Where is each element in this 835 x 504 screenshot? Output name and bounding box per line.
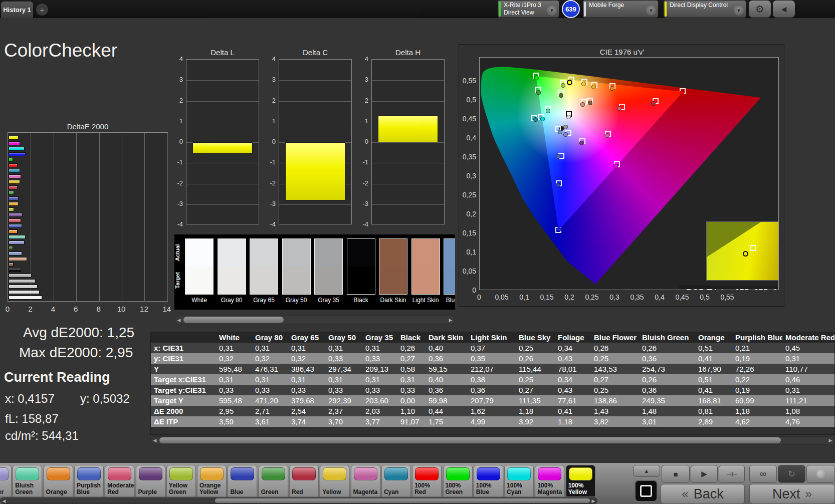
refresh-button[interactable]: ↻ [778, 465, 805, 483]
patch-button-purplish-blue[interactable]: Purplish Blue [74, 465, 104, 497]
deltae-bar [9, 169, 20, 173]
meter-dropdown[interactable]: X-Rite i1Pro 3 Direct View ▼ [498, 1, 559, 18]
patch-button-label: 100% Cyan [505, 482, 533, 495]
patch-button-cyan[interactable]: Cyan [381, 465, 411, 497]
patch-button-100-cyan[interactable]: 100% Cyan [504, 465, 534, 497]
patch-swatch[interactable] [218, 238, 246, 295]
hold-button[interactable]: ⊣⊢ [719, 465, 745, 483]
patch-button-yellow[interactable]: Yellow [320, 465, 349, 497]
pattern-window-button[interactable] [635, 480, 658, 502]
expand-up-button[interactable]: ▲ [633, 465, 660, 477]
source-dropdown[interactable]: Mobile Forge ▼ [583, 1, 658, 18]
patch-target [444, 267, 455, 294]
strip-scrollbar-thumb[interactable] [183, 317, 284, 323]
tab-history-1[interactable]: History 1 [1, 2, 33, 18]
gridline [372, 101, 444, 102]
table-scrollbar[interactable]: ◀ ▶ [150, 436, 835, 444]
cie-measured-dot [559, 93, 563, 98]
table-cell: 1,18 [555, 416, 591, 427]
back-button[interactable]: «Back [661, 484, 745, 504]
scroll-left-icon[interactable]: ◀ [175, 316, 183, 324]
next-button[interactable]: Next» [749, 484, 835, 504]
table-column-header: White [216, 332, 252, 343]
patch-button-bluish-green[interactable]: Bluish Green [13, 465, 42, 497]
gridline [186, 101, 259, 102]
patch-button-orange-yellow[interactable]: Orange Yellow [197, 465, 227, 497]
scroll-right-icon[interactable]: ▶ [590, 498, 597, 503]
deltae-bar [9, 180, 20, 184]
current-x: x: 0,4157 [5, 392, 55, 406]
table-row: Target y:CIE310,330,330,330,330,330,330,… [151, 385, 835, 395]
patch-swatch[interactable] [347, 238, 375, 295]
patch-swatch[interactable] [314, 238, 343, 295]
play-button[interactable]: ▶ [691, 465, 718, 483]
table-cell: 0,26 [516, 353, 555, 364]
collapse-panel-button[interactable]: ◀ [773, 1, 795, 18]
table-cell: 0,35 [468, 353, 516, 364]
table-cell: 249,35 [639, 395, 695, 406]
patch-button-100-green[interactable]: 100% Green [443, 465, 473, 497]
patch-button-blue-flower[interactable]: Blue Flower [0, 465, 12, 497]
patch-swatch[interactable] [379, 238, 407, 295]
patch-button-magenta[interactable]: Magenta [351, 465, 380, 497]
patch-button-100-blue[interactable]: 100% Blue [474, 465, 503, 497]
scroll-left-icon[interactable]: ◀ [1, 498, 8, 503]
patch-actual [218, 239, 246, 267]
patch-button-orange[interactable]: Orange [44, 465, 73, 497]
patch-button-100-red[interactable]: 100% Red [412, 465, 442, 497]
y-tick-label: -4 [356, 220, 368, 228]
table-cell: 0,58 [397, 364, 426, 374]
table-cell: 0,33 [325, 353, 362, 364]
patch-button-100-magenta[interactable]: 100% Magenta [535, 465, 564, 497]
patch-button-swatch [47, 467, 70, 480]
next-label: Next [772, 486, 800, 502]
patch-label: Gray 50 [282, 297, 311, 304]
patch-bar-scrollbar[interactable]: ◀ ▶ [0, 497, 597, 504]
patch-bar-scrollbar-thumb[interactable] [215, 498, 590, 503]
scroll-right-icon[interactable]: ▶ [447, 316, 455, 324]
patch-button-yellow-green[interactable]: Yellow Green [166, 465, 196, 497]
cie-measured-dot [580, 102, 585, 107]
patch-button-red[interactable]: Red [289, 465, 319, 497]
patch-button-swatch [108, 467, 131, 480]
patch-button-label: 100% Green [444, 482, 472, 495]
patch-button-100-yellow[interactable]: 100% Yellow [566, 465, 595, 497]
workflow-dropdown[interactable]: Direct Display Control ▼ [664, 1, 746, 18]
gridline [186, 163, 259, 163]
table-cell: 3,82 [591, 416, 639, 427]
table-cell: 1,48 [639, 406, 695, 416]
patch-button-moderate-red[interactable]: Moderate Red [105, 465, 134, 497]
strip-scrollbar[interactable]: ◀ ▶ [174, 316, 455, 324]
cie-y-tick: 0,45 [459, 115, 476, 123]
scroll-right-icon[interactable]: ▶ [826, 437, 834, 444]
cie-measured-dot [588, 101, 592, 105]
meter-name: X-Rite i1Pro 3 [504, 2, 541, 9]
table-cell: 1,18 [516, 406, 555, 416]
table-cell: 3,01 [639, 416, 695, 427]
gridline [372, 204, 444, 205]
table-cell: 59,15 [426, 364, 468, 374]
settings-button[interactable]: ⚙ [749, 1, 771, 18]
scroll-left-icon[interactable]: ◀ [151, 437, 159, 444]
patch-swatch[interactable] [444, 238, 455, 295]
patch-swatch[interactable] [185, 238, 214, 295]
deltae-bar [9, 257, 27, 261]
patch-button-blue[interactable]: Blue [228, 465, 257, 497]
patch-swatch[interactable] [411, 238, 440, 295]
add-tab-button[interactable]: + [36, 4, 48, 16]
patch-swatch[interactable] [250, 238, 278, 295]
table-cell: 0,43 [555, 385, 591, 395]
patch-button-swatch [169, 467, 193, 480]
exposure-badge[interactable]: 639 [562, 0, 580, 18]
table-column-header: Blue Sky [516, 332, 555, 343]
blank-mode-button[interactable] [806, 465, 835, 483]
loop-button[interactable]: ∞ [749, 465, 777, 483]
table-cell: 0,31 [782, 385, 835, 395]
patch-button-green[interactable]: Green [259, 465, 288, 497]
table-cell: 297,34 [325, 364, 362, 374]
stop-button[interactable]: ■ [662, 465, 690, 483]
table-cell: 69,99 [732, 395, 782, 406]
patch-swatch[interactable] [282, 238, 311, 295]
table-scrollbar-thumb[interactable] [159, 437, 781, 443]
patch-button-purple[interactable]: Purple [136, 465, 165, 497]
